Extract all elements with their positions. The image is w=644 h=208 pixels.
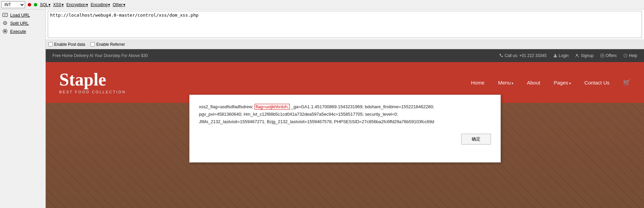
split-url-icon: [2, 20, 8, 26]
enable-post-checkbox[interactable]: [48, 42, 53, 46]
dot-red-icon: [28, 3, 31, 6]
dialog-ok-button[interactable]: 确定: [461, 134, 491, 145]
int-select[interactable]: INT: [1, 1, 25, 8]
website-wrapper: Free Home Delivery At Your Doorstep For …: [46, 49, 644, 208]
dialog-footer: 确定: [199, 134, 491, 145]
url-bar: Enable Post data Enable Referrer: [46, 10, 644, 49]
dot-green-icon: [34, 3, 37, 6]
encryption-menu[interactable]: Encryption: [66, 2, 88, 7]
dialog-content: xss2_flag=asdfsdfadfsdrew; flag=uoijkhhn…: [199, 103, 491, 126]
sql-menu[interactable]: SQL: [40, 2, 50, 7]
dialog-line3: JIMs_2132_lastvisit=1559467271; Bzjg_213…: [199, 119, 434, 124]
enable-post-label[interactable]: Enable Post data: [48, 42, 85, 47]
content-area: Enable Post data Enable Referrer Free Ho…: [46, 10, 644, 208]
load-url-item[interactable]: Load URL: [0, 11, 45, 19]
sidebar: Load URL Split URL Execute: [0, 10, 46, 208]
encoding-menu[interactable]: Encoding: [91, 2, 110, 7]
execute-icon: [2, 28, 8, 34]
svg-rect-0: [3, 13, 7, 17]
checkbox-row: Enable Post data Enable Referrer: [46, 39, 644, 49]
enable-referrer-checkbox[interactable]: [90, 42, 95, 46]
execute-label[interactable]: Execute: [10, 29, 26, 34]
dialog-line1-pre: xss2_flag=asdfsdfadfsdrew;: [199, 104, 255, 109]
dialog-line1-post: _ga=GA1.1.451700869.1543231969; bdshare_…: [290, 104, 434, 109]
split-url-item[interactable]: Split URL: [0, 19, 45, 27]
svg-point-3: [4, 30, 6, 32]
other-menu[interactable]: Other: [113, 2, 125, 7]
url-input[interactable]: [48, 11, 642, 38]
dialog-overlay: xss2_flag=asdfsdfadfsdrew; flag=uoijkhhn…: [46, 49, 644, 208]
dialog-line2: pgv_pvi=4581360640; Hm_lvt_c12f88b5c1cd0…: [199, 112, 398, 117]
execute-item[interactable]: Execute: [0, 27, 45, 35]
enable-referrer-label[interactable]: Enable Referrer: [90, 42, 125, 47]
dialog-box: xss2_flag=asdfsdfadfsdrew; flag=uoijkhhn…: [189, 95, 501, 163]
load-url-icon: [2, 12, 8, 18]
split-url-label[interactable]: Split URL: [10, 21, 29, 26]
toolbar: INT SQL XSS Encryption Encoding Other: [0, 0, 644, 10]
dialog-flag: flag=uoijkhhnloh;: [255, 104, 290, 110]
xss-menu[interactable]: XSS: [53, 2, 64, 7]
load-url-label[interactable]: Load URL: [10, 13, 30, 18]
